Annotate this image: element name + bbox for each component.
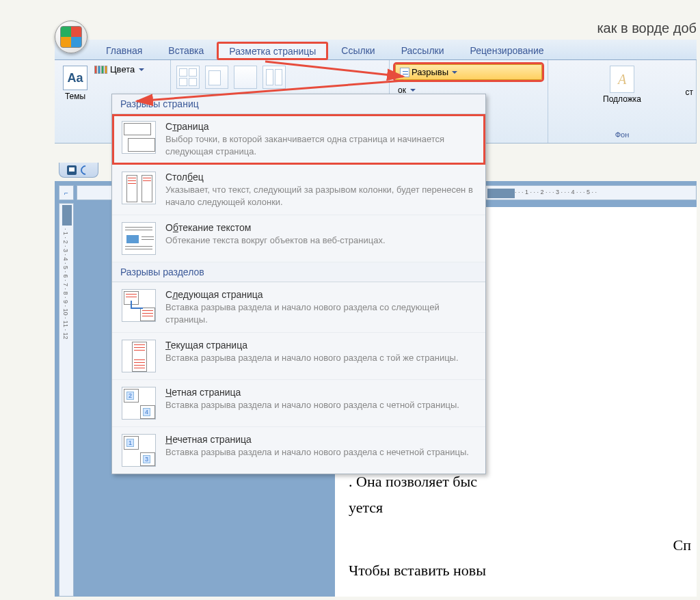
menu-item-even-page[interactable]: 24 Четная страница Вставка разрыва разде… <box>112 380 485 427</box>
menu-item-continuous[interactable]: Текущая страница Вставка разрыва раздела… <box>112 333 485 380</box>
menu-item-title: Обтекание текстом <box>165 222 476 233</box>
column-break-icon <box>122 172 156 204</box>
size-icon[interactable] <box>234 66 257 89</box>
truncated-label-2: ст <box>686 87 694 97</box>
columns-icon[interactable] <box>262 66 286 89</box>
quick-access-toolbar <box>59 163 98 178</box>
section-header-page-breaks: Разрывы страниц <box>112 94 485 114</box>
ruler-corner[interactable]: ⌐ <box>59 185 74 200</box>
tab-home[interactable]: Главная <box>93 40 155 59</box>
menu-item-desc: Указывает, что текст, следующий за разры… <box>165 184 476 208</box>
tab-mailings[interactable]: Рассылки <box>388 40 457 59</box>
ruler-vertical[interactable]: · 1 · 2 · 3 · 4 · 5 · 6 · 7 · 8 · 9 · 10… <box>59 203 74 597</box>
menu-item-desc: Вставка разрыва раздела и начало нового … <box>165 352 476 364</box>
watermark-label: Подложка <box>603 94 641 104</box>
office-logo-icon <box>60 26 82 48</box>
breaks-label: Разрывы <box>412 67 448 77</box>
menu-item-desc: Вставка разрыва раздела и начало нового … <box>165 399 476 411</box>
page-break-icon <box>122 121 156 154</box>
save-icon[interactable] <box>67 165 77 175</box>
menu-item-text-wrapping[interactable]: Обтекание текстом Обтекание текста вокру… <box>112 215 485 262</box>
menu-item-title: Текущая страница <box>165 340 476 351</box>
chevron-down-icon <box>410 89 416 92</box>
color-swatch-icon <box>94 66 107 74</box>
colors-label: Цвета <box>110 64 135 74</box>
doc-line: Сп <box>349 532 697 558</box>
margins-icon[interactable] <box>176 66 200 89</box>
tab-review[interactable]: Рецензирование <box>457 40 557 59</box>
menu-item-next-page[interactable]: Следующая страница Вставка разрыва разде… <box>112 282 485 333</box>
menu-item-column[interactable]: Столбец Указывает, что текст, следующий … <box>112 165 485 215</box>
themes-button[interactable]: Aa Темы <box>60 63 90 104</box>
menu-item-desc: Вставка разрыва раздела и начало нового … <box>165 446 476 459</box>
chevron-down-icon <box>452 71 457 74</box>
section-header-section-breaks: Разрывы разделов <box>112 262 485 282</box>
undo-icon[interactable] <box>79 163 92 177</box>
menu-item-title: Столбец <box>165 172 476 182</box>
menu-item-title: Следующая страница <box>165 289 476 300</box>
even-page-icon: 24 <box>122 387 156 420</box>
tab-page-layout[interactable]: Разметка страницы <box>217 42 328 60</box>
menu-item-desc: Обтекание текста вокруг объектов на веб-… <box>165 234 476 247</box>
colors-dropdown[interactable]: Цвета <box>94 64 144 74</box>
office-button[interactable] <box>55 21 88 53</box>
ribbon-tabs: Главная Вставка Разметка страницы Ссылки… <box>55 40 697 60</box>
odd-page-icon: 13 <box>122 434 156 467</box>
next-page-icon <box>122 289 156 322</box>
breaks-dropdown-menu: Разрывы страниц Страница Выбор точки, в … <box>111 94 486 474</box>
themes-label: Темы <box>65 92 85 101</box>
watermark-icon: A <box>610 66 634 93</box>
doc-line: уется <box>349 495 697 520</box>
window-title: как в ворде доб <box>597 21 697 36</box>
tab-references[interactable]: Ссылки <box>328 40 388 59</box>
menu-item-title: Четная страница <box>165 387 476 398</box>
menu-item-title: Страница <box>165 121 476 132</box>
tab-insert[interactable]: Вставка <box>155 40 217 59</box>
text-wrap-icon <box>122 222 156 255</box>
menu-item-odd-page[interactable]: 13 Нечетная страница Вставка разрыва раз… <box>112 427 485 474</box>
menu-item-desc: Выбор точки, в которой заканчивается одн… <box>165 133 476 157</box>
page-break-icon <box>400 68 409 77</box>
menu-item-desc: Вставка разрыва раздела и начало нового … <box>165 301 476 325</box>
menu-item-title: Нечетная страница <box>165 434 476 445</box>
themes-icon: Aa <box>63 66 88 90</box>
menu-item-page[interactable]: Страница Выбор точки, в которой заканчив… <box>112 114 485 165</box>
watermark-button[interactable]: A Подложка <box>554 63 690 107</box>
continuous-icon <box>122 340 156 372</box>
doc-line: Чтобы вставить новы <box>349 558 697 583</box>
group-label-background: Фон <box>554 131 690 140</box>
chevron-down-icon <box>139 68 144 71</box>
group-background: A Подложка ст Фон <box>548 60 697 143</box>
breaks-dropdown-button[interactable]: Разрывы <box>395 64 542 80</box>
orientation-icon[interactable] <box>205 66 228 89</box>
